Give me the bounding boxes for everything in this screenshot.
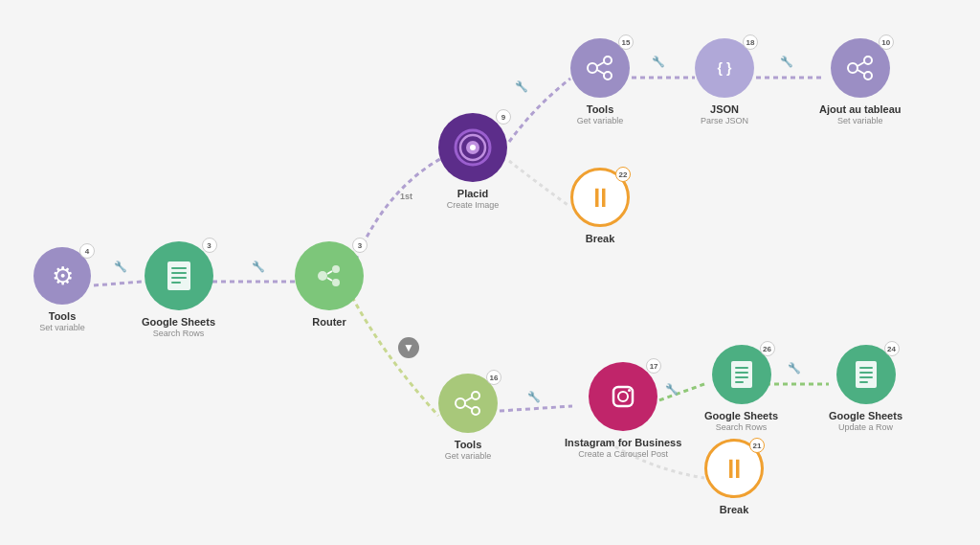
svg-rect-19 — [171, 282, 181, 284]
svg-text:🔧: 🔧 — [788, 361, 801, 375]
svg-rect-18 — [171, 277, 187, 279]
node-sheets3[interactable]: 24 Google Sheets Update a Row — [829, 345, 902, 432]
node-placid[interactable]: 9 Placid Create Image — [438, 113, 507, 210]
svg-rect-56 — [859, 381, 868, 383]
svg-text:🔧: 🔧 — [515, 79, 528, 93]
svg-text:🔧: 🔧 — [252, 260, 265, 273]
node-tools1[interactable]: ⚙ 4 Tools Set variable — [33, 247, 91, 332]
badge-break2: 21 — [749, 438, 765, 453]
svg-rect-15 — [167, 261, 190, 290]
svg-line-42 — [465, 397, 472, 401]
svg-point-21 — [332, 265, 340, 273]
workflow-canvas: 🔧 🔧 🔧 🔧 🔧 🔧 🔧 🔧 1st 2nd ▼ ⚙ 4 Tools Set … — [0, 0, 980, 545]
svg-point-40 — [472, 392, 479, 399]
node-instagram[interactable]: 17 Instagram for Business Create a Carou… — [565, 362, 681, 459]
svg-rect-55 — [859, 376, 873, 378]
node-ajout[interactable]: 10 Ajout au tableau Set variable — [819, 38, 902, 125]
svg-line-23 — [327, 271, 332, 274]
svg-text:🔧: 🔧 — [780, 55, 793, 68]
svg-point-36 — [864, 72, 872, 79]
svg-point-30 — [604, 57, 612, 64]
svg-text:🔧: 🔧 — [114, 260, 127, 273]
svg-point-46 — [628, 389, 631, 392]
badge-json: 18 — [743, 34, 758, 50]
badge-ajout: 10 — [879, 34, 894, 50]
route-label-1: 1st — [400, 192, 412, 201]
node-tools2[interactable]: 15 Tools Get variable — [570, 38, 630, 125]
badge-break1: 22 — [615, 167, 631, 182]
svg-line-4 — [500, 406, 572, 411]
svg-rect-54 — [859, 372, 873, 374]
node-sheets1[interactable]: 3 Google Sheets Search Rows — [142, 241, 215, 338]
svg-line-38 — [858, 70, 864, 74]
svg-line-0 — [94, 282, 142, 285]
svg-point-45 — [618, 392, 628, 401]
svg-point-39 — [456, 398, 465, 408]
svg-point-29 — [588, 63, 597, 73]
badge-sheets3: 24 — [884, 341, 900, 356]
svg-rect-52 — [856, 361, 877, 388]
node-break2[interactable]: ⏸ 21 Break — [704, 439, 764, 516]
svg-point-34 — [848, 63, 858, 73]
filter-badge[interactable]: ▼ — [398, 337, 419, 358]
svg-rect-16 — [171, 267, 187, 269]
svg-point-22 — [332, 279, 340, 286]
node-router[interactable]: 3 Router — [295, 241, 364, 329]
svg-point-20 — [318, 271, 327, 281]
svg-rect-50 — [735, 376, 748, 378]
svg-line-24 — [327, 278, 332, 281]
svg-line-33 — [597, 70, 604, 74]
badge-tools3: 16 — [486, 370, 501, 385]
badge-tools1: 4 — [79, 243, 95, 259]
badge-tools2: 15 — [618, 34, 634, 50]
svg-line-37 — [858, 62, 864, 66]
svg-rect-48 — [735, 367, 748, 369]
svg-point-31 — [604, 72, 612, 79]
svg-rect-51 — [735, 381, 744, 383]
svg-line-32 — [597, 62, 604, 66]
svg-point-35 — [864, 57, 872, 64]
badge-router: 3 — [352, 238, 368, 253]
badge-sheets2: 26 — [760, 341, 775, 356]
svg-rect-17 — [171, 272, 187, 274]
badge-sheets1: 3 — [202, 238, 217, 253]
node-json[interactable]: { } 18 JSON Parse JSON — [695, 38, 754, 125]
badge-placid: 9 — [496, 109, 511, 125]
badge-instagram: 17 — [646, 358, 661, 374]
svg-rect-49 — [735, 372, 748, 374]
svg-point-41 — [472, 407, 479, 415]
node-sheets2[interactable]: 26 Google Sheets Search Rows — [704, 345, 778, 432]
svg-text:🔧: 🔧 — [652, 55, 665, 68]
node-tools3[interactable]: 16 Tools Get variable — [438, 374, 498, 461]
svg-rect-53 — [859, 367, 873, 369]
svg-rect-47 — [731, 361, 752, 388]
svg-point-28 — [470, 145, 476, 150]
svg-line-43 — [465, 405, 472, 409]
node-break1[interactable]: ⏸ 22 Break — [570, 168, 630, 245]
svg-text:🔧: 🔧 — [527, 390, 541, 403]
